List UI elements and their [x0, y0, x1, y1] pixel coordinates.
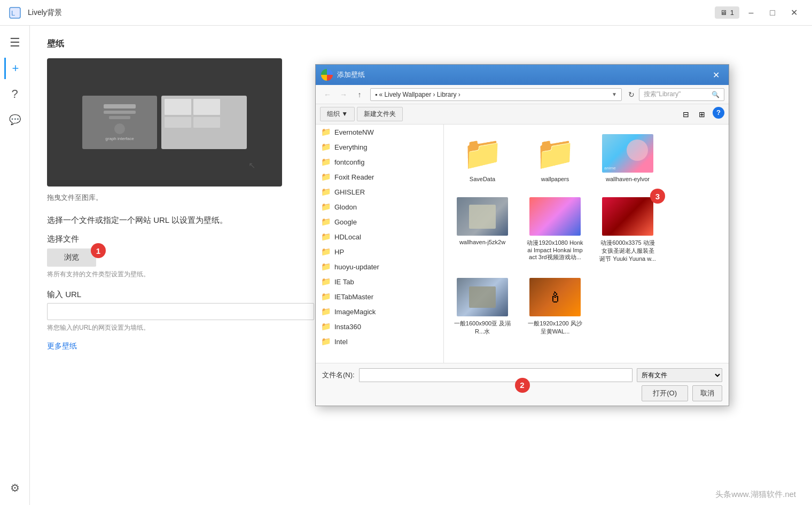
thumb-eylvor: anime [602, 134, 653, 173]
folder-icon: 📁 [321, 292, 331, 301]
folder-icon: 📁 [321, 172, 331, 182]
file-name-j5zk2w: wallhaven-j5zk2w [459, 239, 505, 245]
folder-icon: 📁 [321, 187, 331, 197]
folder-thumb-wallpapers: 📁 [529, 134, 581, 173]
badge-1: 1 [91, 243, 106, 258]
folder-icon: 📁 [321, 247, 331, 257]
dialog-content: 📁 EvernoteNW 📁 Everything 📁 fontconfig 📁… [316, 125, 729, 363]
grid-item-wallpapers[interactable]: 📁 wallpapers [523, 131, 587, 185]
search-bar[interactable]: 搜索"Library" 🔍 [639, 88, 724, 101]
sidebar-item-chat[interactable]: 💬 [4, 109, 26, 130]
list-item[interactable]: 📁 IETabMaster [316, 289, 443, 304]
folder-icon: 📁 [321, 307, 331, 316]
folder-name: Glodon [334, 203, 357, 211]
list-item[interactable]: 📁 HDLocal [316, 229, 443, 244]
list-item[interactable]: 📁 fontconfig [316, 154, 443, 169]
section-title: 壁纸 [47, 38, 795, 50]
folder-name: Google [334, 218, 357, 226]
badge-2: 2 [515, 378, 530, 393]
preview-window-right: ↖ [161, 96, 247, 149]
search-icon: 🔍 [712, 91, 720, 98]
folder-name: IE Tab [334, 278, 354, 286]
list-item[interactable]: 📁 Glodon [316, 199, 443, 214]
list-item[interactable]: 📁 Google [316, 214, 443, 229]
sidebar-item-help[interactable]: ? [4, 83, 26, 105]
folder-large-icon: 📁 [463, 137, 503, 169]
list-item[interactable]: 📁 Insta360 [316, 319, 443, 334]
dialog-actions-bar: 组织 ▼ 新建文件夹 ⊟ ⊞ ? [316, 104, 729, 125]
close-button[interactable]: ✕ [784, 3, 803, 22]
dialog-close-button[interactable]: ✕ [708, 67, 723, 82]
back-button[interactable]: ← [320, 87, 335, 102]
folder-thumb-savedata: 📁 [457, 134, 508, 173]
refresh-button[interactable]: ↻ [625, 88, 638, 101]
menu-icon: ☰ [10, 36, 20, 50]
list-item[interactable]: 📁 GHISLER [316, 184, 443, 199]
list-item[interactable]: 📁 ImageMagick [316, 304, 443, 319]
maximize-button[interactable]: □ [763, 3, 782, 22]
list-item[interactable]: 📁 huoyu-updater [316, 259, 443, 274]
file-grid-panel: 📁 SaveData 📁 wallpapers [444, 125, 729, 363]
list-item[interactable]: 📁 EvernoteNW [316, 125, 443, 139]
title-bar: L Lively背景 🖥 1 – □ ✕ [0, 0, 812, 26]
add-icon: + [12, 61, 19, 75]
grid-item-j5zk2w[interactable]: wallhaven-j5zk2w [450, 194, 514, 266]
title-bar-left: L Lively背景 [9, 6, 62, 19]
grid-item-eylvor[interactable]: anime wallhaven-eylvor [596, 131, 660, 185]
file-name-fire: 一般1920x1200 风沙呈黄WAL... [526, 320, 584, 336]
sidebar-item-menu[interactable]: ☰ [4, 32, 26, 53]
list-item[interactable]: 📁 IE Tab [316, 274, 443, 289]
up-button[interactable]: ↑ [352, 87, 367, 102]
forward-button[interactable]: → [336, 87, 351, 102]
monitor-badge: 🖥 1 [715, 6, 739, 19]
list-item[interactable]: 📁 Everything [316, 139, 443, 154]
thumb-fire: 🕯 [529, 278, 581, 316]
svg-text:L: L [11, 9, 15, 17]
folder-name: HP [334, 248, 344, 256]
view-toggle-button[interactable]: ⊟ [678, 107, 693, 122]
address-bar[interactable]: ▪ « Lively Wallpaper › Library › ▼ [370, 88, 622, 101]
file-name-box2: 一般1600x900亚 及溺R...水 [454, 320, 511, 336]
dialog-cancel-button[interactable]: 取消 [692, 385, 722, 401]
folder-name: Everything [334, 143, 367, 151]
file-dialog: 添加壁纸 ✕ ← → ↑ ▪ « Lively Wallpaper › Libr… [315, 64, 729, 406]
browse-button[interactable]: 浏览 [47, 248, 96, 267]
grid-item-anime2[interactable]: 动漫1920x1080 Honkai Impact Honkai Impact … [523, 194, 587, 266]
sidebar-item-add[interactable]: + [4, 58, 26, 79]
address-dropdown-icon: ▼ [612, 91, 617, 97]
new-folder-button[interactable]: 新建文件夹 [357, 107, 403, 121]
folder-name: Foxit Reader [334, 173, 374, 181]
grid-item-savedata[interactable]: 📁 SaveData [450, 131, 514, 185]
folder-name: IETabMaster [334, 293, 373, 301]
fire-image: 🕯 [529, 278, 581, 316]
dialog-btn-row: 2 打开(O) 取消 [322, 385, 722, 401]
chat-icon: 💬 [9, 114, 21, 126]
preview-inner: graph interface ↖ [74, 87, 255, 158]
sidebar-item-settings[interactable]: ⚙ [4, 477, 26, 499]
list-item[interactable]: 📁 Foxit Reader [316, 169, 443, 184]
dialog-open-button[interactable]: 打开(O) [642, 385, 688, 401]
help-icon: ? [11, 87, 18, 101]
organize-button[interactable]: 组织 ▼ [320, 107, 355, 121]
list-item[interactable]: 📁 HP [316, 244, 443, 259]
dialog-title-bar: 添加壁纸 ✕ [316, 65, 729, 85]
minimize-button[interactable]: – [741, 3, 761, 22]
list-item[interactable]: 📁 Intel [316, 334, 443, 349]
grid-item-fire[interactable]: 🕯 一般1920x1200 风沙呈黄WAL... [523, 275, 587, 339]
url-input[interactable] [47, 303, 314, 320]
filename-label: 文件名(N): [322, 370, 355, 380]
folder-name: fontconfig [334, 158, 364, 166]
filename-input[interactable] [359, 368, 633, 382]
dialog-title-text: 添加壁纸 [337, 70, 708, 80]
view-grid-button[interactable]: ⊞ [694, 107, 709, 122]
filetype-select[interactable]: 所有文件 [637, 368, 722, 382]
grid-item-anime3[interactable]: 动漫6000x3375 动漫女孩圣诞老人服装圣诞节 Yuuki Yuuna w.… [596, 194, 660, 266]
more-wallpaper-link[interactable]: 更多壁纸 [47, 341, 77, 350]
file-name-savedata: SaveData [470, 176, 495, 182]
folder-icon: 📁 [321, 322, 331, 331]
browse-wrapper: 浏览 1 [47, 248, 96, 267]
grid-item-box2[interactable]: 一般1600x900亚 及溺R...水 [450, 275, 514, 339]
folder-icon: 📁 [321, 127, 331, 137]
file-name-anime3: 动漫6000x3375 动漫女孩圣诞老人服装圣诞节 Yuuki Yuuna w.… [599, 239, 657, 263]
help-button[interactable]: ? [713, 107, 724, 119]
